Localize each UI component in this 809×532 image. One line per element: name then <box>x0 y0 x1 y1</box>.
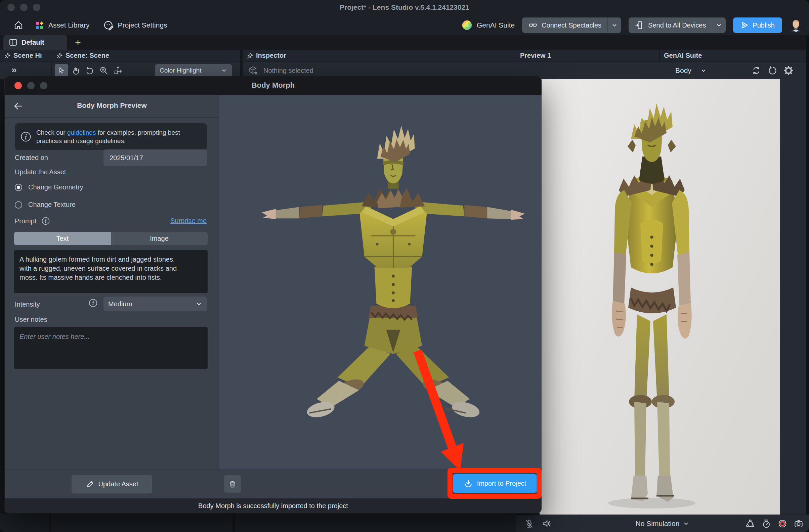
spectacles-icon <box>528 20 537 30</box>
publish-button[interactable]: Publish <box>733 17 782 33</box>
dialog-form-panel: Body Morph Preview Check our guidelines … <box>5 95 219 469</box>
radio-change-geometry-label: Change Geometry <box>28 183 83 191</box>
user-notes-label: User notes <box>15 316 47 323</box>
update-asset-section-label: Update the Asset <box>15 168 66 176</box>
inspector-title: Inspector <box>256 52 286 59</box>
genai-panel-header[interactable]: GenAI Suite <box>659 50 806 62</box>
pan-tool-button[interactable] <box>71 66 80 75</box>
info-icon[interactable] <box>41 216 50 226</box>
genai-suite-icon <box>461 19 473 31</box>
layout-tabbar: Default + <box>0 35 809 50</box>
guidelines-link[interactable]: guidelines <box>67 129 96 136</box>
send-to-device-icon <box>635 20 644 30</box>
pin-icon <box>246 52 253 59</box>
move-tool-button[interactable] <box>113 66 123 75</box>
connect-spectacles-button[interactable]: Connect Spectacles <box>522 17 621 33</box>
cursor-icon <box>57 67 66 74</box>
dialog-titlebar: Body Morph <box>5 76 541 95</box>
pin-icon <box>4 52 11 59</box>
tab-text[interactable]: Text <box>14 232 111 245</box>
intensity-label: Intensity <box>15 301 40 308</box>
radio-change-geometry[interactable]: Change Geometry <box>15 183 83 191</box>
record-button[interactable] <box>777 518 788 529</box>
info-icon[interactable] <box>88 298 98 308</box>
genai-body-preview-viewport[interactable] <box>539 79 780 515</box>
scene-panel-title: Scene: Scene <box>66 52 109 59</box>
hand-icon <box>71 66 80 75</box>
genai-suite-button[interactable]: GenAI Suite <box>461 19 515 31</box>
tab-default[interactable]: Default <box>3 35 67 50</box>
trash-icon <box>228 480 237 488</box>
prompt-mode-tabs: Text Image <box>14 232 208 245</box>
preview-panel-header[interactable]: Preview 1 <box>516 50 659 62</box>
user-notes-input[interactable] <box>14 327 208 369</box>
user-avatar[interactable] <box>790 18 802 33</box>
inspector-panel-header[interactable]: Inspector <box>243 50 516 62</box>
radio-selected-icon <box>15 184 22 191</box>
status-message: Body Morph is successfully imported to t… <box>198 502 348 510</box>
radio-change-texture-label: Change Texture <box>28 201 75 209</box>
project-settings-icon <box>103 20 114 31</box>
bottom-panel-fragment <box>51 514 233 532</box>
genai-panel-title: GenAI Suite <box>664 52 702 59</box>
tab-default-label: Default <box>21 39 44 46</box>
surprise-me-link[interactable]: Surprise me <box>170 217 207 225</box>
home-button[interactable] <box>14 20 23 30</box>
select-tool-button[interactable] <box>55 64 68 77</box>
connect-spectacles-label: Connect Spectacles <box>541 21 601 29</box>
intensity-dropdown[interactable]: Medium <box>103 297 207 311</box>
timer-button[interactable] <box>761 518 771 529</box>
asset-library-label: Asset Library <box>48 21 90 29</box>
radio-change-texture[interactable]: Change Texture <box>15 201 75 209</box>
publish-label: Publish <box>753 21 775 29</box>
pan-arrows-icon <box>113 66 123 75</box>
color-highlight-dropdown[interactable]: Color Highlight <box>155 64 232 77</box>
orbit-tool-button[interactable] <box>85 66 94 75</box>
chevron-down-icon <box>683 520 689 527</box>
dialog-subtitle: Body Morph Preview <box>5 102 219 109</box>
created-on-label: Created on <box>15 154 48 162</box>
publish-icon <box>740 21 749 30</box>
genai-settings-button[interactable] <box>784 66 794 75</box>
prompt-input[interactable]: A hulking golem formed from dirt and jag… <box>14 250 208 293</box>
bottom-panel-fragment <box>235 514 516 532</box>
sync-icon <box>751 66 761 75</box>
genai-reset-button[interactable] <box>767 66 777 75</box>
delete-morph-button[interactable] <box>224 475 241 493</box>
update-asset-button[interactable]: Update Asset <box>72 475 152 493</box>
scene-hierarchy-panel-header[interactable]: Scene Hi <box>0 50 52 62</box>
project-settings-button[interactable]: Project Settings <box>103 20 167 31</box>
send-to-all-devices-dropdown[interactable] <box>712 22 726 29</box>
genai-sync-button[interactable] <box>751 66 761 75</box>
connect-spectacles-dropdown[interactable] <box>608 22 621 29</box>
asset-library-button[interactable]: Asset Library <box>34 20 90 30</box>
created-on-field: 2025/01/17 <box>103 149 207 166</box>
add-layout-tab-button[interactable]: + <box>71 36 85 50</box>
gear-icon <box>784 66 794 75</box>
bottom-panel-fragment <box>0 514 49 532</box>
golem-tpose-render <box>219 95 541 469</box>
genai-body-dropdown[interactable]: Body <box>673 65 709 76</box>
tab-image[interactable]: Image <box>111 232 208 245</box>
info-icon <box>20 131 32 142</box>
record-icon <box>777 518 788 529</box>
empty-cube-icon <box>248 65 259 76</box>
reset-icon <box>767 66 777 75</box>
chevron-down-icon <box>700 67 707 74</box>
body-morph-dialog: Body Morph Body Morph Preview Check our … <box>5 76 541 513</box>
import-to-project-button[interactable]: Import to Project <box>453 474 537 493</box>
update-asset-label: Update Asset <box>99 480 138 488</box>
zoom-tool-button[interactable] <box>99 66 108 75</box>
genai-suite-label: GenAI Suite <box>477 21 515 29</box>
body-tracking-button[interactable] <box>745 518 755 529</box>
expand-panel-button[interactable]: » <box>12 65 17 75</box>
snapshot-button[interactable] <box>794 518 804 529</box>
morph-preview-viewport[interactable] <box>219 95 541 469</box>
scene-panel-header[interactable]: Scene: Scene <box>52 50 240 62</box>
send-to-all-devices-button[interactable]: Send to All Devices <box>629 17 726 33</box>
project-settings-label: Project Settings <box>118 21 167 29</box>
zoom-in-icon <box>99 66 108 75</box>
layout-icon <box>9 38 17 47</box>
guidelines-callout: Check our guidelines for examples, promp… <box>15 123 207 150</box>
simulation-label: No Simulation <box>636 519 679 528</box>
